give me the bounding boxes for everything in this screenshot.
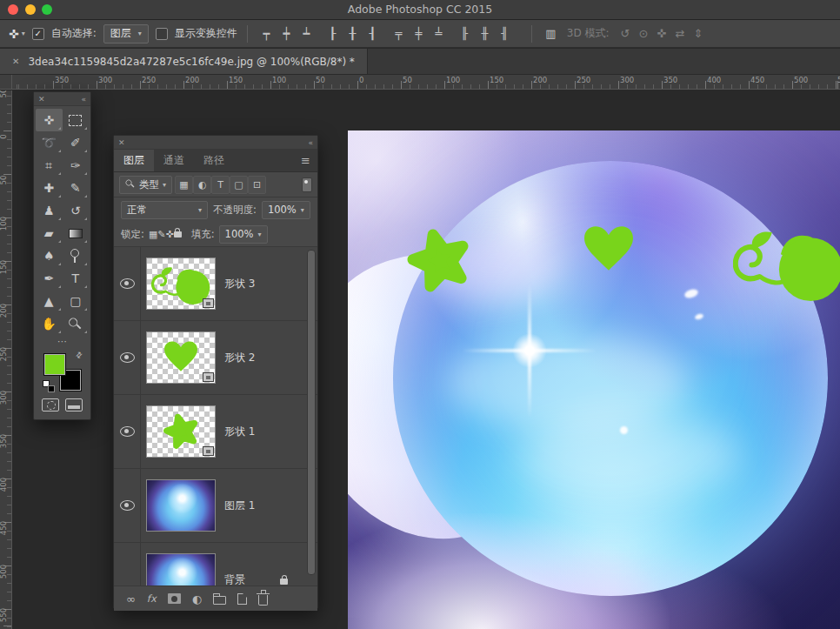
clone-stamp-tool[interactable]: ♟ bbox=[36, 199, 63, 222]
zoom-tool[interactable] bbox=[63, 312, 90, 335]
panel-close-icon[interactable]: ✕ bbox=[38, 95, 45, 104]
visibility-toggle[interactable] bbox=[114, 247, 141, 320]
blend-mode-select[interactable]: 正常▾ bbox=[121, 201, 208, 219]
filter-smart-objects-icon[interactable]: ⊡ bbox=[248, 176, 266, 194]
mouse-ornament-shape[interactable] bbox=[736, 231, 840, 301]
tab-close-icon[interactable]: ✕ bbox=[12, 57, 19, 66]
quick-selection-tool[interactable]: ✐ bbox=[63, 131, 90, 154]
panel-collapse-icon[interactable]: « bbox=[81, 95, 86, 104]
layer-row-shape-2[interactable]: 形状 2 bbox=[114, 321, 317, 395]
lock-transparent-pixels-icon[interactable]: ▦ bbox=[149, 229, 157, 240]
fill-select[interactable]: 100%▾ bbox=[219, 225, 268, 244]
traffic-light-minimize-icon[interactable] bbox=[25, 4, 36, 15]
layer-row-shape-1[interactable]: 形状 1 bbox=[114, 395, 317, 469]
gradient-tool[interactable] bbox=[63, 222, 90, 244]
lock-all-icon[interactable] bbox=[174, 231, 182, 238]
foreground-color-swatch[interactable] bbox=[44, 354, 65, 375]
scrollbar[interactable] bbox=[307, 250, 316, 575]
filter-shape-layers-icon[interactable]: ▢ bbox=[230, 176, 248, 194]
align-bottom-edges-icon[interactable]: ┷ bbox=[297, 27, 316, 40]
new-layer-button[interactable] bbox=[237, 593, 247, 605]
star-shape[interactable] bbox=[408, 228, 470, 289]
layer-row-background[interactable]: 背景 bbox=[114, 543, 317, 586]
auto-select-checkbox[interactable]: ✓ bbox=[32, 28, 44, 40]
distribute-right-edges-icon[interactable]: ╢ bbox=[496, 27, 514, 40]
distribute-left-edges-icon[interactable]: ╟ bbox=[456, 27, 474, 40]
align-left-edges-icon[interactable]: ┠ bbox=[323, 27, 342, 40]
traffic-light-close-icon[interactable] bbox=[8, 4, 18, 15]
tab-paths[interactable]: 路径 bbox=[194, 150, 234, 171]
ruler-corner[interactable] bbox=[0, 75, 12, 90]
delete-layer-button[interactable] bbox=[258, 592, 268, 606]
align-top-edges-icon[interactable]: ┯ bbox=[257, 27, 276, 40]
panel-close-icon[interactable]: ✕ bbox=[118, 138, 125, 147]
align-horizontal-centers-icon[interactable]: ╂ bbox=[343, 27, 362, 40]
history-brush-tool[interactable]: ↺ bbox=[63, 199, 90, 222]
move-tool[interactable]: ✜ bbox=[36, 109, 63, 131]
distribute-bottom-edges-icon[interactable]: ╧ bbox=[430, 27, 448, 40]
auto-select-target-select[interactable]: 图层▾ bbox=[103, 24, 149, 43]
filter-pixel-layers-icon[interactable]: ▦ bbox=[175, 176, 193, 194]
kind-filter-select[interactable]: 类型 ▾ bbox=[119, 176, 172, 194]
crop-tool[interactable]: ⌗ bbox=[36, 154, 63, 177]
tab-layers[interactable]: 图层 bbox=[114, 150, 154, 171]
align-vertical-centers-icon[interactable]: ┿ bbox=[277, 27, 296, 40]
panel-collapse-icon[interactable]: « bbox=[308, 138, 313, 147]
lock-position-icon[interactable]: ✜ bbox=[166, 229, 174, 240]
layer-thumbnail[interactable] bbox=[146, 405, 216, 458]
rectangular-marquee-tool[interactable] bbox=[63, 109, 90, 131]
path-selection-tool[interactable]: ▲ bbox=[36, 290, 63, 312]
edit-toolbar-button[interactable]: ⋯ bbox=[34, 336, 90, 350]
distribute-vertical-centers-icon[interactable]: ╪ bbox=[410, 27, 428, 40]
dodge-tool[interactable] bbox=[63, 244, 90, 267]
screen-mode-button[interactable] bbox=[65, 398, 83, 412]
document-tab[interactable]: ✕ 3dea34c1159845d2a47287e5c16fc49e.jpg @… bbox=[0, 49, 368, 74]
blur-tool[interactable]: ♠ bbox=[36, 244, 63, 267]
lock-image-pixels-icon[interactable]: ✎ bbox=[157, 229, 165, 240]
document-canvas[interactable] bbox=[348, 130, 840, 629]
visibility-toggle[interactable] bbox=[114, 543, 141, 586]
layer-thumbnail[interactable] bbox=[146, 258, 216, 310]
adjustment-layer-button[interactable]: ◐ bbox=[192, 592, 202, 606]
eyedropper-tool[interactable]: ✑ bbox=[63, 154, 90, 177]
3d-roll-icon[interactable]: ⊙ bbox=[635, 27, 653, 40]
pen-tool[interactable]: ✒ bbox=[36, 267, 63, 290]
auto-align-icon[interactable]: ▥ bbox=[542, 27, 560, 40]
show-transform-checkbox[interactable]: ✓ bbox=[156, 28, 168, 40]
visibility-toggle[interactable] bbox=[114, 395, 141, 468]
hand-tool[interactable]: ✋ bbox=[36, 312, 63, 335]
3d-scale-icon[interactable]: ⇕ bbox=[690, 27, 708, 40]
lasso-tool[interactable]: ➰ bbox=[36, 131, 63, 154]
default-colors-icon[interactable] bbox=[43, 380, 55, 392]
layer-row-shape-3[interactable]: 形状 3 bbox=[114, 247, 317, 321]
opacity-select[interactable]: 100%▾ bbox=[262, 201, 310, 219]
ruler-vertical[interactable]: 50050100150200250300350400450500550 bbox=[0, 90, 12, 629]
layer-thumbnail[interactable] bbox=[146, 553, 216, 586]
align-right-edges-icon[interactable]: ┨ bbox=[363, 27, 382, 40]
distribute-top-edges-icon[interactable]: ╤ bbox=[390, 27, 408, 40]
panel-menu-icon[interactable]: ≡ bbox=[301, 154, 317, 167]
shape-tool[interactable]: ▢ bbox=[63, 290, 90, 312]
traffic-light-zoom-icon[interactable] bbox=[42, 4, 52, 15]
3d-rotate-icon[interactable]: ↺ bbox=[617, 27, 635, 40]
tab-channels[interactable]: 通道 bbox=[154, 150, 194, 171]
filter-adjustment-layers-icon[interactable]: ◐ bbox=[193, 176, 211, 194]
add-layer-mask-button[interactable] bbox=[168, 593, 181, 604]
layer-row-layer-1[interactable]: 图层 1 bbox=[114, 469, 317, 543]
eraser-tool[interactable]: ▰ bbox=[36, 222, 63, 244]
swap-colors-icon[interactable]: ⇄ bbox=[74, 350, 84, 360]
quick-mask-button[interactable] bbox=[42, 398, 59, 412]
layer-thumbnail[interactable] bbox=[146, 479, 216, 532]
3d-slide-icon[interactable]: ⇄ bbox=[671, 27, 690, 40]
link-layers-button[interactable]: ∞ bbox=[126, 592, 136, 606]
type-tool[interactable]: T bbox=[63, 267, 90, 290]
visibility-toggle[interactable] bbox=[114, 469, 141, 542]
layer-style-button[interactable]: fx bbox=[147, 592, 157, 605]
new-group-button[interactable] bbox=[213, 593, 226, 605]
spot-healing-brush-tool[interactable]: ✚ bbox=[36, 177, 63, 199]
filter-type-layers-icon[interactable]: T bbox=[211, 176, 230, 194]
current-tool-icon[interactable]: ✜▾ bbox=[9, 27, 25, 41]
heart-shape[interactable] bbox=[584, 226, 633, 270]
visibility-toggle[interactable] bbox=[114, 321, 141, 394]
ruler-horizontal[interactable]: 3503002502001501005005010015020025030035… bbox=[12, 75, 840, 90]
